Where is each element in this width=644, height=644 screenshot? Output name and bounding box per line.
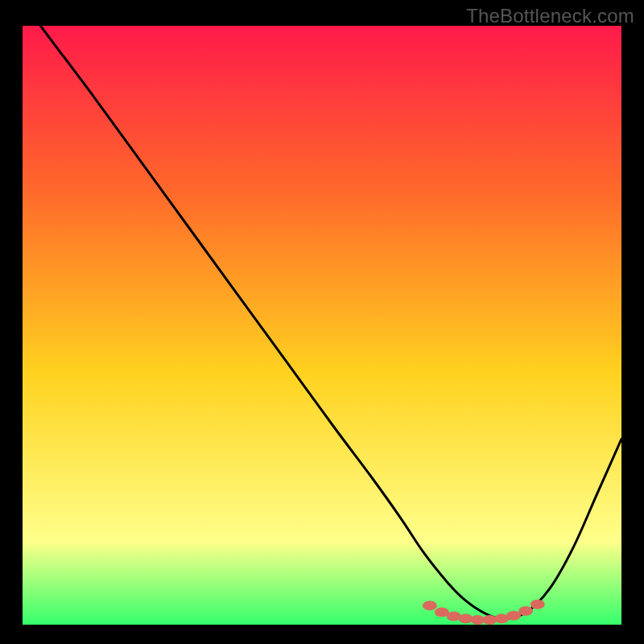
marker-dot [518,606,533,616]
marker-dot [530,600,545,609]
bottleneck-chart [23,26,621,625]
chart-svg [23,26,621,625]
heat-gradient-background [23,26,621,625]
marker-dot [423,601,437,610]
watermark: TheBottleneck.com [466,5,634,27]
